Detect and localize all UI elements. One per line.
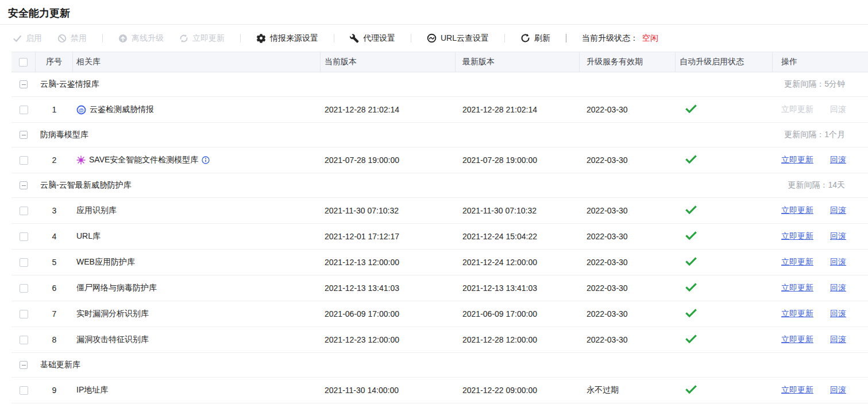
group-name: 基础更新库: [40, 360, 80, 370]
row-checkbox[interactable]: [20, 336, 28, 344]
row-checkbox[interactable]: [20, 106, 28, 114]
row-checkbox[interactable]: [20, 156, 28, 165]
current-version: 2021-12-13 13:41:03: [321, 275, 456, 301]
update-now-link[interactable]: 立即更新: [781, 283, 813, 293]
collapse-icon[interactable]: [20, 80, 28, 88]
table-row: 8 漏洞攻击特征识别库 2021-12-23 12:00:00 2021-12-…: [11, 327, 868, 353]
group-row-threat-protection: 云脑-云智最新威胁防护库 更新间隔：14天: [11, 173, 868, 198]
validity-date: 2022-03-30: [580, 301, 676, 327]
group-row-basic-update: 基础更新库: [11, 353, 868, 378]
select-all-checkbox[interactable]: [19, 58, 28, 67]
update-now-link[interactable]: 立即更新: [781, 335, 813, 345]
validity-date: 2022-03-30: [580, 327, 676, 352]
row-num: 3: [36, 198, 73, 223]
latest-version: 2021-12-24 12:00:00: [456, 250, 580, 275]
current-version: 2021-12-28 21:02:14: [321, 97, 456, 122]
toolbar-separator: [334, 34, 334, 42]
group-row-cloud-intel: 云脑-云鉴情报库 更新间隔：5分钟: [11, 72, 868, 97]
gear-icon: [256, 33, 266, 43]
collapse-icon[interactable]: [20, 361, 28, 369]
rollback-link[interactable]: 回滚: [830, 335, 846, 345]
group-update-interval: 更新间隔：5分钟: [784, 79, 868, 90]
rollback-link[interactable]: 回滚: [830, 155, 846, 165]
update-now-link[interactable]: 立即更新: [781, 309, 813, 319]
update-now-button-label: 立即更新: [192, 33, 225, 44]
upgrade-status-value: 空闲: [642, 33, 658, 44]
info-icon[interactable]: [202, 156, 210, 164]
latest-version: 2021-12-13 13:41:03: [456, 275, 580, 301]
row-checkbox[interactable]: [20, 386, 28, 395]
update-now-link[interactable]: 立即更新: [781, 231, 813, 242]
collapse-icon[interactable]: [20, 181, 28, 189]
rollback-link[interactable]: 回滚: [830, 257, 846, 267]
table-row: 6 僵尸网络与病毒防护库 2021-12-13 13:41:03 2021-12…: [11, 275, 868, 301]
toolbar: 启用 禁用 离线升级 立即更新 情报来源设置 代理设置: [0, 25, 868, 52]
library-name: 漏洞攻击特征识别库: [76, 335, 149, 345]
row-checkbox[interactable]: [20, 258, 28, 267]
disable-button-label: 禁用: [71, 33, 87, 44]
rollback-link[interactable]: 回滚: [830, 309, 846, 319]
library-name: WEB应用防护库: [76, 257, 135, 267]
refresh-button[interactable]: 刷新: [520, 33, 550, 44]
upgrade-status: 当前升级状态： 空闲: [582, 33, 658, 44]
auto-upgrade-check-icon: [685, 205, 697, 216]
current-version: 2021-11-30 07:10:32: [321, 198, 456, 223]
validity-date: 2022-03-30: [580, 275, 676, 301]
row-checkbox[interactable]: [20, 207, 28, 215]
rollback-link[interactable]: 回滚: [830, 231, 846, 242]
update-now-link[interactable]: 立即更新: [781, 385, 813, 395]
update-now-link[interactable]: 立即更新: [781, 257, 813, 267]
latest-version: 2021-11-30 07:10:32: [456, 198, 580, 223]
wrench-icon: [350, 34, 359, 43]
cloud-badge-icon: @: [76, 105, 86, 115]
row-checkbox[interactable]: [20, 232, 28, 241]
intel-source-settings-label: 情报来源设置: [270, 33, 318, 44]
row-num: 9: [36, 378, 73, 403]
validity-date: 2022-03-30: [580, 224, 676, 249]
proxy-settings-button[interactable]: 代理设置: [350, 33, 395, 44]
update-now-link[interactable]: 立即更新: [781, 205, 813, 216]
rollback-link[interactable]: 回滚: [830, 283, 846, 293]
table-row: 4 URL库 2021-12-01 17:12:17 2021-12-24 15…: [11, 224, 868, 250]
ban-icon: [57, 34, 67, 43]
rollback-link: 回滚: [830, 104, 846, 115]
current-version: 2021-12-01 17:12:17: [321, 224, 456, 249]
intel-source-settings-button[interactable]: 情报来源设置: [256, 33, 318, 44]
row-checkbox[interactable]: [20, 310, 28, 318]
table-row: 9 IP地址库 2021-11-30 14:00:00 2021-12-22 0…: [11, 378, 868, 403]
auto-upgrade-check-icon: [685, 231, 697, 242]
latest-version: 2021-12-22 09:00:00: [456, 378, 580, 403]
group-update-interval: 更新间隔：1个月: [784, 130, 868, 140]
group-name: 云脑-云鉴情报库: [40, 79, 99, 90]
rollback-link[interactable]: 回滚: [830, 205, 846, 216]
group-name: 防病毒模型库: [40, 130, 88, 140]
update-now-link[interactable]: 立即更新: [781, 155, 813, 165]
url-cloud-settings-label: URL云查设置: [441, 33, 489, 44]
col-header-validity: 升级服务有效期: [580, 52, 676, 72]
collapse-icon[interactable]: [20, 131, 28, 139]
auto-upgrade-check-icon: [685, 155, 697, 166]
enable-button: 启用: [13, 33, 42, 44]
table-row: 1 @ 云鉴检测威胁情报 2021-12-28 21:02:14 2021-12…: [11, 97, 868, 123]
table-row: 3 应用识别库 2021-11-30 07:10:32 2021-11-30 0…: [11, 198, 868, 224]
toolbar-separator: [566, 34, 566, 42]
library-name: 僵尸网络与病毒防护库: [76, 283, 157, 293]
url-cloud-settings-button[interactable]: URL云查设置: [427, 33, 489, 44]
row-checkbox[interactable]: [20, 284, 28, 293]
validity-date: 2022-03-30: [580, 147, 676, 173]
auto-upgrade-check-icon: [685, 104, 697, 115]
auto-upgrade-check-icon: [685, 309, 697, 320]
latest-version: 2021-06-09 17:00:00: [456, 301, 580, 327]
current-version: 2021-12-13 12:00:00: [321, 250, 456, 275]
validity-date: 永不过期: [580, 378, 676, 403]
upload-circle-icon: [118, 34, 128, 43]
update-now-button: 立即更新: [179, 33, 225, 44]
refresh-button-label: 刷新: [534, 33, 550, 44]
page-title: 安全能力更新: [0, 0, 868, 25]
group-update-interval: 更新间隔：14天: [788, 180, 868, 191]
toolbar-separator: [102, 34, 103, 42]
validity-date: 2022-03-30: [580, 198, 676, 223]
latest-version: 2021-12-28 12:00:00: [456, 327, 580, 352]
library-name: IP地址库: [76, 385, 108, 395]
rollback-link[interactable]: 回滚: [830, 385, 846, 395]
